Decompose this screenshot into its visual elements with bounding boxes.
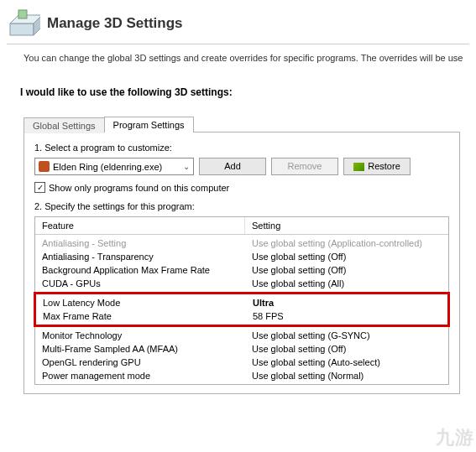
- tab-content: 1. Select a program to customize: Elden …: [24, 132, 460, 394]
- remove-button: Remove: [271, 158, 338, 175]
- nvidia-icon: [353, 163, 364, 171]
- step2-label: 2. Specify the settings for this program…: [34, 201, 449, 211]
- cell-feature: CUDA - GPUs: [35, 278, 245, 288]
- description-text: You can change the global 3D settings an…: [0, 48, 476, 71]
- chevron-down-icon: ⌄: [180, 162, 190, 171]
- cell-setting: Use global setting (Application-controll…: [245, 238, 448, 248]
- program-icon: [39, 161, 50, 172]
- cell-feature: Multi-Frame Sampled AA (MFAA): [35, 344, 245, 354]
- cell-setting: Use global setting (Off): [245, 252, 448, 262]
- table-header: Feature Setting: [35, 217, 448, 235]
- restore-label: Restore: [368, 158, 400, 174]
- 3d-settings-icon: [7, 7, 40, 40]
- table-row[interactable]: Monitor Technology Use global setting (G…: [35, 329, 448, 342]
- table-row[interactable]: Power management mode Use global setting…: [35, 369, 448, 382]
- settings-table: Feature Setting Antialiasing - Setting U…: [34, 216, 449, 385]
- table-row[interactable]: Antialiasing - Setting Use global settin…: [35, 236, 448, 250]
- show-only-found-label: Show only programs found on this compute…: [49, 183, 229, 193]
- header-divider: [7, 44, 469, 44]
- cell-setting: Use global setting (Off): [245, 344, 448, 354]
- tab-program-settings[interactable]: Program Settings: [104, 117, 194, 132]
- cell-feature: Power management mode: [35, 371, 245, 381]
- header-setting[interactable]: Setting: [245, 217, 448, 234]
- cell-setting: Use global setting (Normal): [245, 371, 448, 381]
- table-body: Antialiasing - Setting Use global settin…: [35, 235, 448, 384]
- header-feature[interactable]: Feature: [35, 217, 245, 234]
- cell-setting: Use global setting (Off): [245, 265, 448, 275]
- show-only-found-checkbox[interactable]: ✓: [34, 182, 45, 193]
- cell-feature: Low Latency Mode: [36, 298, 246, 308]
- program-select-combo[interactable]: Elden Ring (eldenring.exe) ⌄: [34, 158, 194, 175]
- cell-feature: Monitor Technology: [35, 330, 245, 340]
- cell-setting: Use global setting (G-SYNC): [245, 330, 448, 340]
- table-row[interactable]: Background Application Max Frame Rate Us…: [35, 263, 448, 277]
- add-button[interactable]: Add: [199, 158, 266, 175]
- table-row[interactable]: Antialiasing - Transparency Use global s…: [35, 250, 448, 263]
- table-row[interactable]: Max Frame Rate 58 FPS: [36, 309, 447, 323]
- svg-rect-3: [18, 10, 27, 18]
- program-controls-row: Elden Ring (eldenring.exe) ⌄ Add Remove …: [34, 158, 449, 175]
- cell-setting: 58 FPS: [246, 311, 447, 321]
- cell-feature: Antialiasing - Setting: [35, 238, 245, 248]
- restore-button[interactable]: Restore: [343, 158, 411, 175]
- page-header: Manage 3D Settings: [0, 0, 476, 44]
- table-row[interactable]: Multi-Frame Sampled AA (MFAA) Use global…: [35, 342, 448, 356]
- tab-global-settings[interactable]: Global Settings: [24, 117, 104, 133]
- svg-rect-0: [10, 23, 34, 35]
- show-only-found-row: ✓ Show only programs found on this compu…: [34, 182, 449, 193]
- table-row[interactable]: OpenGL rendering GPU Use global setting …: [35, 356, 448, 369]
- cell-setting: Use global setting (All): [245, 278, 448, 288]
- table-row[interactable]: Low Latency Mode Ultra: [36, 296, 447, 309]
- cell-setting: Use global setting (Auto-select): [245, 357, 448, 367]
- highlight-box: Low Latency Mode Ultra Max Frame Rate 58…: [34, 292, 450, 327]
- table-row[interactable]: CUDA - GPUs Use global setting (All): [35, 277, 448, 290]
- page-title: Manage 3D Settings: [47, 15, 183, 32]
- tab-area: Global Settings Program Settings 1. Sele…: [24, 117, 476, 394]
- cell-feature: Antialiasing - Transparency: [35, 252, 245, 262]
- program-select-label: Elden Ring (eldenring.exe): [53, 162, 180, 172]
- cell-feature: Background Application Max Frame Rate: [35, 265, 245, 275]
- cell-setting: Ultra: [246, 298, 447, 308]
- tabs: Global Settings Program Settings: [24, 117, 476, 132]
- step1-label: 1. Select a program to customize:: [34, 143, 449, 153]
- settings-intro: I would like to use the following 3D set…: [0, 71, 476, 107]
- cell-feature: Max Frame Rate: [36, 311, 246, 321]
- cell-feature: OpenGL rendering GPU: [35, 357, 245, 367]
